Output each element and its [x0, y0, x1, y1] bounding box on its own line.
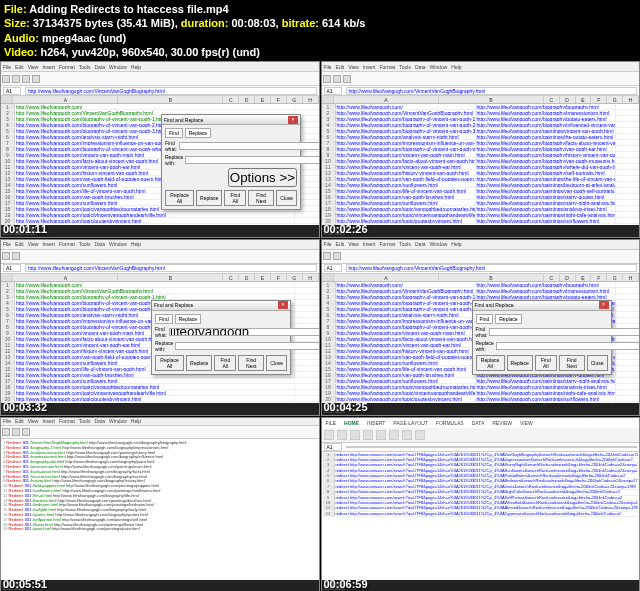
cell[interactable]: http://www.lifeofvangogh.com/VincentVanG…: [336, 288, 476, 293]
col-header[interactable]: E: [576, 96, 592, 103]
row-num[interactable]: 1: [1, 282, 15, 287]
replace-input[interactable]: [175, 342, 319, 350]
row-num[interactable]: 17: [322, 200, 336, 205]
row-num[interactable]: 4: [1, 300, 15, 305]
cell[interactable]: http://www.lifeofvangogh.com/vincent-van…: [336, 152, 476, 157]
row-num[interactable]: 12: [322, 348, 336, 353]
find-input[interactable]: [169, 328, 320, 336]
row-num[interactable]: 6: [322, 312, 336, 317]
row-num[interactable]: 16: [322, 372, 336, 377]
cell[interactable]: http://www.lifeofvangogh.com/topic/quote…: [15, 218, 295, 223]
cell[interactable]: http://www.lifeofvangogh.com/topic/vango…: [15, 384, 295, 389]
row-num[interactable]: 13: [322, 176, 336, 181]
replace-all-button[interactable]: Replace All: [476, 355, 505, 371]
row-num[interactable]: 18: [322, 206, 336, 211]
row-num[interactable]: 11: [1, 342, 15, 347]
cell[interactable]: http://www.lifeofvangogh.com/paintings/s…: [476, 218, 616, 223]
menu-view[interactable]: View: [28, 241, 39, 247]
cell[interactable]: http://www.lifeofvangogh.com/paintings/t…: [476, 134, 616, 139]
cell[interactable]: http://www.lifeofvangogh.com/topic/quote…: [15, 396, 295, 401]
col-header[interactable]: F: [271, 274, 287, 281]
row-num[interactable]: 9: [1, 152, 15, 157]
row-num[interactable]: 15: [1, 188, 15, 193]
row-num[interactable]: 3: [322, 294, 336, 299]
ribbon-tab-review[interactable]: REVIEW: [490, 419, 514, 427]
cell[interactable]: http://www.lifeofvangogh.com/biography-o…: [15, 294, 295, 299]
cell[interactable]: http://www.lifeofvangogh.com/topic/vince…: [336, 212, 476, 217]
replace-input[interactable]: [185, 156, 319, 164]
cell[interactable]: http://www.lifeofvangogh.com/paintings/s…: [476, 194, 616, 199]
col-header[interactable]: D: [239, 96, 255, 103]
col-header[interactable]: H: [303, 96, 319, 103]
row-num[interactable]: 17: [1, 378, 15, 383]
menu-tools[interactable]: Tools: [79, 64, 91, 70]
cell[interactable]: http://www.lifeofvangogh.com/biography/b…: [476, 104, 616, 109]
row-num[interactable]: 5: [1, 128, 15, 133]
cell[interactable]: http://www.lifeofvangogh.com/biography/s…: [476, 170, 616, 175]
menu-view[interactable]: View: [28, 64, 39, 70]
row-num[interactable]: 9: [1, 330, 15, 335]
menu-view[interactable]: View: [28, 418, 39, 424]
cell[interactable]: http://www.lifeofvangogh.com/van-gogh-br…: [336, 194, 476, 199]
cell[interactable]: http://www.lifeofvangogh.com/history-vin…: [336, 348, 476, 353]
row-num[interactable]: 2: [322, 288, 336, 293]
cell[interactable]: redirect http://www.amazon.com/search?ie…: [335, 469, 639, 473]
menu-file[interactable]: File: [3, 418, 11, 424]
row-num[interactable]: 19: [322, 390, 336, 395]
replace-all-button[interactable]: Replace All: [155, 355, 184, 371]
row-num[interactable]: 18: [1, 206, 15, 211]
col-header[interactable]: C: [544, 96, 560, 103]
col-header[interactable]: E: [255, 274, 271, 281]
row-num[interactable]: 5: [1, 306, 15, 311]
find-all-button[interactable]: Find All: [214, 355, 236, 371]
ribbon-tab-formulas[interactable]: FORMULAS: [434, 419, 466, 427]
menu-edit[interactable]: Edit: [15, 241, 24, 247]
menu-help[interactable]: Help: [451, 241, 461, 247]
col-header[interactable]: D: [560, 96, 576, 103]
menu-bar[interactable]: FileEditViewInsertFormatToolsDataWindowH…: [1, 62, 319, 72]
cell[interactable]: http://www.lifeofvangogh.com/biography/w…: [476, 164, 616, 169]
menu-data[interactable]: Data: [415, 241, 426, 247]
replace-input[interactable]: [496, 342, 640, 350]
menu-tools[interactable]: Tools: [79, 241, 91, 247]
cell[interactable]: http://www.lifeofvangogh.com/paintings/n…: [476, 390, 616, 395]
cell[interactable]: redirect http://www.amazon.com/search?ie…: [335, 479, 639, 483]
cell[interactable]: redirect http://www.amazon.com/search?ie…: [335, 463, 639, 467]
toolbar[interactable]: [1, 72, 319, 86]
menu-help[interactable]: Help: [451, 64, 461, 70]
cell[interactable]: http://www.lifeofvangogh.com/sunflowers.…: [336, 200, 476, 205]
row-num[interactable]: 17: [1, 200, 15, 205]
close-button[interactable]: Close: [276, 190, 297, 206]
row-num[interactable]: 15: [322, 188, 336, 193]
cell[interactable]: http://www.lifeofvangogh.com/biography/i…: [476, 110, 616, 115]
row-num[interactable]: 15: [322, 366, 336, 371]
row-num[interactable]: 1: [322, 104, 336, 109]
col-header[interactable]: A: [13, 274, 118, 281]
menu-format[interactable]: Format: [59, 241, 75, 247]
cell[interactable]: redirect http://www.amazon.com/search?ie…: [335, 512, 639, 516]
col-header[interactable]: D: [239, 274, 255, 281]
menu-file[interactable]: File: [324, 241, 332, 247]
cell[interactable]: http://www.lifeofvangogh.com/biography/f…: [476, 140, 616, 145]
find-next-button[interactable]: Find Next: [238, 355, 264, 371]
cell[interactable]: http://www.lifeofvangogh.com/biography/i…: [476, 122, 616, 127]
col-header[interactable]: E: [576, 274, 592, 281]
cell[interactable]: http://www.lifeofvangogh.com/sunflowers.…: [336, 182, 476, 187]
row-num[interactable]: 9: [322, 330, 336, 335]
ribbon-tab-home[interactable]: HOME: [342, 419, 361, 427]
row-num[interactable]: 5: [322, 128, 336, 133]
row-num[interactable]: 8: [322, 146, 336, 151]
row-num[interactable]: 17: [322, 378, 336, 383]
cell[interactable]: redirect http://www.amazon.com/search?ie…: [335, 485, 639, 489]
cell[interactable]: redirect http://www.amazon.com/search?ie…: [335, 474, 639, 478]
code-line[interactable]: 19 Redirect 301 /paint.html http://www.l…: [3, 527, 317, 532]
cell[interactable]: redirect http://www.amazon.com/search?ie…: [335, 453, 639, 457]
cell[interactable]: http://www.lifeofvangogh.com/topic/vango…: [336, 206, 476, 211]
cell[interactable]: redirect http://www.amazon.com/search?ie…: [335, 501, 639, 505]
menu-window[interactable]: Window: [109, 64, 127, 70]
cell[interactable]: http://www.lifeofvangogh.com/facts-about…: [336, 336, 476, 341]
replace-button[interactable]: Replace: [196, 190, 222, 206]
row-num[interactable]: 16: [322, 194, 336, 199]
ribbon-tab-file[interactable]: FILE: [324, 419, 339, 427]
menu-tools[interactable]: Tools: [399, 241, 411, 247]
